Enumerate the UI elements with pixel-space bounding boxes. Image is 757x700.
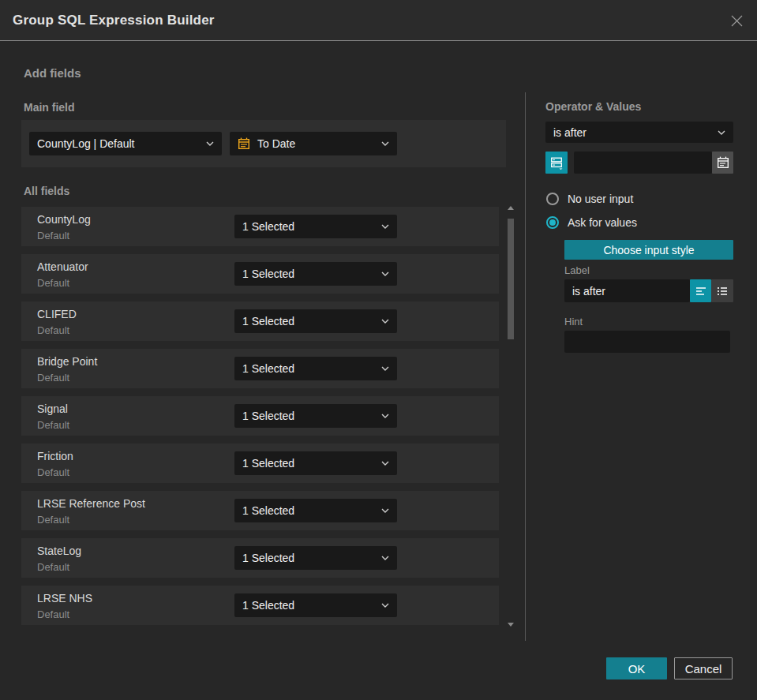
field-name: Signal <box>37 402 68 415</box>
chevron-down-icon <box>381 366 389 371</box>
chevron-down-icon <box>381 508 389 513</box>
field-name: LRSE NHS <box>37 592 92 605</box>
dropdown-value: 1 Selected <box>242 220 294 233</box>
field-name: CountyLog <box>37 213 91 226</box>
field-name: Friction <box>37 450 73 462</box>
choose-input-style-button[interactable]: Choose input style <box>564 240 733 260</box>
value-source-button[interactable] <box>545 152 568 174</box>
field-selection-dropdown[interactable]: 1 Selected <box>234 499 397 522</box>
scrollbar-up-arrow[interactable] <box>508 206 514 210</box>
radio-circle-icon <box>546 193 559 205</box>
dropdown-value: 1 Selected <box>242 457 294 470</box>
field-sublabel: Default <box>37 324 69 336</box>
field-selection-dropdown[interactable]: 1 Selected <box>234 215 397 238</box>
chevron-down-icon <box>381 603 389 608</box>
label-field-label: Label <box>564 264 590 276</box>
field-selection-dropdown[interactable]: 1 Selected <box>234 357 397 380</box>
operator-values-heading: Operator & Values <box>545 100 641 113</box>
field-sublabel: Default <box>37 372 69 384</box>
panel-divider <box>525 92 526 641</box>
scrollbar-down-arrow[interactable] <box>508 623 514 627</box>
field-row: CLIFEDDefault1 Selected <box>21 301 499 341</box>
single-line-style-button[interactable] <box>690 279 711 302</box>
ask-for-values-radio[interactable]: Ask for values <box>546 216 637 229</box>
main-value-dropdown[interactable]: To Date <box>230 132 397 155</box>
title-bar: Group SQL Expression Builder <box>0 0 757 41</box>
dropdown-value: CountyLog | Default <box>37 137 135 150</box>
field-sublabel: Default <box>37 419 69 431</box>
field-name: Bridge Point <box>37 355 97 368</box>
chevron-down-icon <box>381 319 389 324</box>
dropdown-value: 1 Selected <box>242 552 294 564</box>
main-field-dropdown[interactable]: CountyLog | Default <box>29 132 222 155</box>
chevron-down-icon <box>381 461 389 466</box>
close-icon <box>731 15 743 27</box>
hint-input[interactable] <box>564 331 730 353</box>
dialog-title: Group SQL Expression Builder <box>13 13 215 28</box>
date-picker-button[interactable] <box>712 152 733 174</box>
dropdown-value: 1 Selected <box>242 268 294 280</box>
field-selection-dropdown[interactable]: 1 Selected <box>234 309 397 333</box>
group-sql-expression-builder-dialog: Group SQL Expression Builder Add fields … <box>0 0 757 700</box>
radio-label: Ask for values <box>568 216 637 229</box>
chevron-down-icon <box>381 141 389 146</box>
field-name: StateLog <box>37 545 81 557</box>
dropdown-value: 1 Selected <box>242 410 294 422</box>
dropdown-value: To Date <box>257 137 295 150</box>
all-fields-heading: All fields <box>24 185 69 197</box>
chevron-down-icon <box>381 271 389 276</box>
main-field-panel: CountyLog | Default To Date <box>21 120 506 167</box>
ok-button[interactable]: OK <box>606 657 667 679</box>
field-selection-dropdown[interactable]: 1 Selected <box>234 404 397 428</box>
field-name: Attenuator <box>37 260 88 273</box>
field-selection-dropdown[interactable]: 1 Selected <box>234 451 397 475</box>
scrollbar-thumb[interactable] <box>508 219 514 339</box>
chevron-down-icon <box>381 224 389 229</box>
list-style-button[interactable] <box>711 279 733 302</box>
field-sublabel: Default <box>37 561 69 573</box>
field-selection-dropdown[interactable]: 1 Selected <box>234 593 397 617</box>
field-sublabel: Default <box>37 277 69 289</box>
dropdown-value: 1 Selected <box>242 315 294 328</box>
main-field-heading: Main field <box>24 101 75 114</box>
add-fields-heading: Add fields <box>24 66 81 80</box>
dropdown-value: is after <box>553 126 586 139</box>
chevron-down-icon <box>718 130 725 135</box>
field-selection-dropdown[interactable]: 1 Selected <box>234 546 397 570</box>
chevron-down-icon <box>381 414 389 418</box>
field-row: StateLogDefault1 Selected <box>21 538 499 578</box>
dropdown-value: 1 Selected <box>242 362 294 375</box>
radio-label: No user input <box>568 193 633 205</box>
all-fields-list: CountyLogDefault1 SelectedAttenuatorDefa… <box>21 207 499 625</box>
hint-field-label: Hint <box>564 316 583 328</box>
field-name: CLIFED <box>37 308 77 320</box>
value-input[interactable] <box>574 152 712 174</box>
align-left-icon <box>695 285 707 298</box>
dropdown-value: 1 Selected <box>242 599 294 612</box>
field-row: FrictionDefault1 Selected <box>21 444 499 483</box>
field-sublabel: Default <box>37 230 69 241</box>
close-button[interactable] <box>727 11 746 30</box>
no-user-input-radio[interactable]: No user input <box>546 193 633 205</box>
calendar-icon <box>717 156 729 169</box>
field-row: LRSE NHSDefault1 Selected <box>21 586 499 625</box>
operator-dropdown[interactable]: is after <box>545 122 733 143</box>
label-input[interactable] <box>564 279 690 302</box>
stacked-values-icon <box>550 156 564 170</box>
field-row: SignalDefault1 Selected <box>21 396 499 436</box>
field-row: CountyLogDefault1 Selected <box>21 207 499 246</box>
bulleted-list-icon <box>716 285 729 298</box>
chevron-down-icon <box>206 141 214 146</box>
cancel-button[interactable]: Cancel <box>674 657 733 679</box>
chevron-down-icon <box>381 556 389 560</box>
field-sublabel: Default <box>37 514 69 526</box>
calendar-icon <box>238 137 250 150</box>
field-row: LRSE Reference PostDefault1 Selected <box>21 491 499 530</box>
radio-circle-selected-icon <box>546 216 559 229</box>
field-selection-dropdown[interactable]: 1 Selected <box>234 262 397 286</box>
field-sublabel: Default <box>37 466 69 478</box>
dropdown-value: 1 Selected <box>242 504 294 517</box>
field-name: LRSE Reference Post <box>37 497 145 510</box>
field-row: Bridge PointDefault1 Selected <box>21 349 499 388</box>
field-row: AttenuatorDefault1 Selected <box>21 254 499 294</box>
